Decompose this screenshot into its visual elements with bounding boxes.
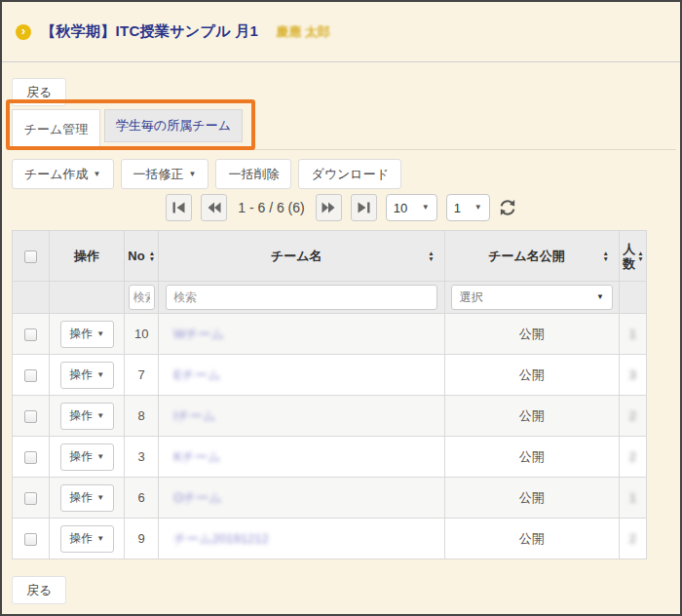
row-checkbox[interactable] — [24, 369, 37, 382]
back-button-top[interactable]: 戻る — [12, 78, 66, 106]
table-header-row: 操作 No ▲▼ チーム名 ▲▼ — [13, 231, 647, 282]
member-count-redacted: 1 — [629, 327, 636, 341]
member-count-redacted: 2 — [629, 449, 636, 464]
header-member-count-label: 人数 — [622, 242, 636, 271]
create-team-label: チーム作成 — [24, 166, 89, 183]
filter-public-cell: 選択 ▼ — [444, 282, 619, 314]
row-operation-label: 操作 — [69, 448, 93, 465]
refresh-button[interactable] — [499, 199, 516, 216]
table-row: 操作 ▼ 3 Kチーム 公開 2 — [13, 437, 647, 478]
member-count-redacted: 3 — [629, 367, 636, 382]
back-button-bottom[interactable]: 戻る — [12, 576, 66, 604]
next-page-button[interactable] — [316, 194, 342, 221]
caret-down-icon: ▼ — [96, 330, 104, 338]
row-operation-button[interactable]: 操作 ▼ — [60, 362, 114, 389]
pagination: 1 - 6 / 6 (6) 10 ▼ 1 ▼ — [12, 193, 670, 222]
filter-no-cell — [125, 282, 159, 314]
row-checkbox[interactable] — [24, 328, 37, 341]
bulk-delete-button[interactable]: 一括削除 — [215, 159, 291, 189]
select-all-checkbox[interactable] — [24, 250, 37, 263]
table-row: 操作 ▼ 8 Iチーム 公開 2 — [13, 396, 647, 437]
refresh-icon — [499, 199, 516, 216]
prev-page-icon — [208, 202, 221, 213]
bulk-edit-label: 一括修正 — [133, 166, 184, 183]
row-operation-label: 操作 — [69, 530, 93, 547]
row-operation-label: 操作 — [69, 489, 93, 506]
header-team-name-label: チーム名 — [169, 248, 424, 265]
row-checkbox[interactable] — [24, 451, 37, 464]
filter-empty-cell — [50, 282, 125, 314]
row-no: 9 — [125, 519, 159, 559]
bulk-edit-button[interactable]: 一括修正 ▼ — [121, 159, 209, 189]
row-operation-label: 操作 — [69, 366, 93, 383]
tab-teams-per-student[interactable]: 学生毎の所属チーム — [104, 109, 243, 142]
row-public: 公開 — [444, 355, 619, 396]
last-page-button[interactable] — [351, 194, 377, 221]
header-no-label: No — [128, 249, 144, 263]
tab-team-management[interactable]: チーム管理 — [12, 109, 100, 148]
next-page-icon — [322, 202, 335, 213]
team-name-filter-input[interactable] — [166, 285, 436, 310]
row-operation-button[interactable]: 操作 ▼ — [60, 403, 114, 430]
team-name-redacted: チーム20191212 — [173, 531, 268, 546]
row-operation-button[interactable]: 操作 ▼ — [60, 484, 114, 512]
row-public: 公開 — [444, 519, 619, 559]
no-filter-input[interactable] — [129, 285, 155, 310]
download-button[interactable]: ダウンロード — [298, 159, 401, 189]
public-filter-select[interactable]: 選択 ▼ — [451, 285, 613, 310]
row-no: 6 — [125, 478, 159, 519]
header-team-name[interactable]: チーム名 ▲▼ — [159, 231, 444, 282]
first-page-button[interactable] — [166, 194, 192, 221]
prev-page-button[interactable] — [201, 194, 227, 221]
header-member-count[interactable]: 人数 ▲▼ — [619, 231, 646, 282]
caret-down-icon: ▼ — [94, 171, 101, 178]
caret-down-icon: ▼ — [96, 535, 104, 543]
row-operation-button[interactable]: 操作 ▼ — [60, 443, 114, 471]
row-no: 8 — [125, 396, 159, 437]
table-row: 操作 ▼ 7 Eチーム 公開 3 — [13, 355, 647, 396]
filter-team-name-cell — [159, 282, 444, 314]
row-checkbox[interactable] — [24, 533, 37, 546]
header-operation: 操作 — [50, 231, 125, 282]
team-name-redacted: Wチーム — [173, 327, 224, 341]
pagination-range-text: 1 - 6 / 6 (6) — [238, 200, 304, 215]
toolbar: チーム作成 ▼ 一括修正 ▼ 一括削除 ダウンロード — [12, 159, 670, 189]
create-team-button[interactable]: チーム作成 ▼ — [12, 159, 114, 189]
page-number-value: 1 — [454, 201, 461, 215]
team-name-redacted: Iチーム — [173, 408, 215, 423]
sort-icon[interactable]: ▲▼ — [602, 250, 608, 261]
row-operation-button[interactable]: 操作 ▼ — [60, 321, 114, 348]
sort-icon[interactable]: ▲▼ — [637, 250, 643, 261]
team-name-redacted: Eチーム — [173, 367, 220, 382]
row-checkbox[interactable] — [24, 410, 37, 423]
row-operation-button[interactable]: 操作 ▼ — [60, 525, 114, 553]
tab-bar-underline — [251, 149, 676, 150]
first-page-icon — [172, 202, 185, 213]
caret-down-icon: ▼ — [596, 293, 604, 301]
row-operation-label: 操作 — [69, 326, 93, 342]
member-count-redacted: 1 — [629, 490, 636, 505]
header-team-name-public[interactable]: チーム名公開 ▲▼ — [444, 231, 619, 282]
page-size-select[interactable]: 10 ▼ — [386, 194, 437, 221]
team-name-redacted: Oチーム — [173, 490, 222, 505]
row-public: 公開 — [444, 314, 619, 355]
header-team-name-public-label: チーム名公開 — [455, 248, 599, 265]
header-no[interactable]: No ▲▼ — [125, 231, 159, 282]
caret-down-icon: ▼ — [474, 204, 482, 212]
filter-empty-cell — [619, 282, 646, 314]
teams-table: 操作 No ▲▼ チーム名 ▲▼ — [12, 230, 647, 559]
row-checkbox[interactable] — [24, 492, 37, 505]
caret-down-icon: ▼ — [422, 204, 430, 212]
sort-icon[interactable]: ▲▼ — [149, 250, 155, 261]
table-row: 操作 ▼ 9 チーム20191212 公開 2 — [13, 519, 647, 559]
sort-icon[interactable]: ▲▼ — [428, 250, 434, 261]
public-filter-value: 選択 — [460, 289, 483, 306]
caret-down-icon: ▼ — [96, 453, 104, 461]
page-title: 【秋学期】ITC授業サンプル 月1 — [41, 22, 258, 41]
page-number-select[interactable]: 1 ▼ — [446, 194, 490, 221]
last-page-icon — [358, 202, 370, 213]
header-select-cell — [13, 231, 50, 282]
row-public: 公開 — [444, 437, 619, 478]
team-name-redacted: Kチーム — [173, 449, 220, 464]
caret-down-icon: ▼ — [96, 371, 104, 379]
